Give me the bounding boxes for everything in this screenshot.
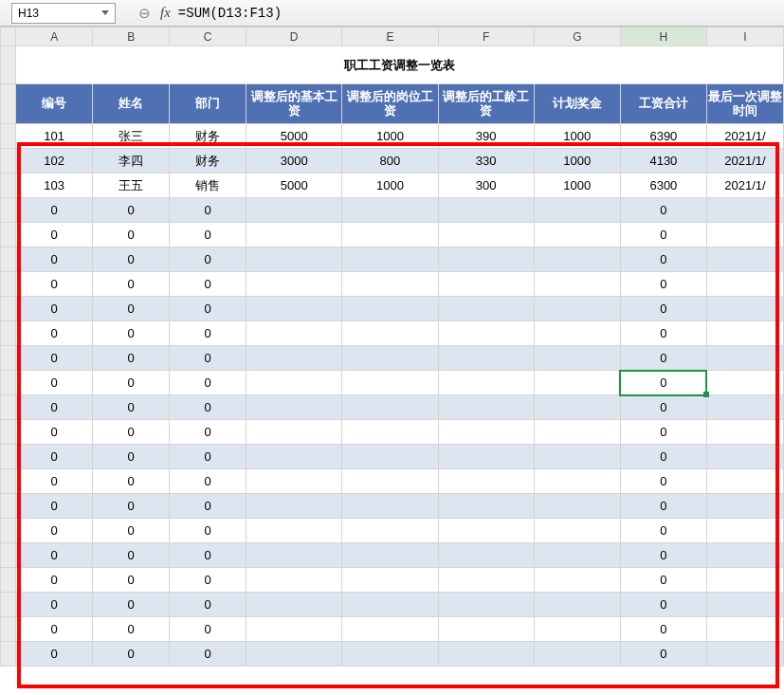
cell[interactable]: 0	[620, 642, 706, 667]
cell[interactable]: 300	[438, 174, 534, 198]
row-header[interactable]	[1, 272, 16, 297]
cell[interactable]	[246, 223, 342, 247]
cell[interactable]: 0	[16, 395, 93, 420]
cell[interactable]	[706, 223, 783, 247]
cell[interactable]: 1000	[534, 124, 620, 149]
table-header[interactable]: 编号	[16, 84, 93, 124]
cell[interactable]	[438, 272, 534, 297]
cell[interactable]: 0	[93, 371, 170, 395]
cell[interactable]	[534, 223, 620, 247]
table-header[interactable]: 最后一次调整时间	[706, 84, 783, 124]
cell[interactable]: 0	[620, 543, 706, 568]
cell[interactable]: 0	[620, 297, 706, 321]
cell[interactable]: 1000	[342, 124, 438, 149]
cell[interactable]: 0	[620, 519, 706, 543]
cell[interactable]	[342, 223, 438, 247]
column-header-C[interactable]: C	[170, 27, 246, 46]
table-header[interactable]: 姓名	[93, 84, 170, 124]
cell[interactable]	[706, 593, 783, 617]
cell[interactable]	[342, 469, 438, 494]
cell[interactable]	[342, 297, 438, 321]
cell[interactable]: 0	[16, 321, 93, 346]
cell[interactable]: 王五	[93, 174, 170, 198]
cell[interactable]: 0	[16, 371, 93, 395]
cell[interactable]: 4130	[620, 149, 706, 174]
cell[interactable]: 0	[93, 420, 170, 445]
cell[interactable]	[534, 494, 620, 519]
row-header[interactable]	[1, 174, 16, 198]
cell[interactable]	[246, 247, 342, 272]
cell[interactable]: 0	[170, 543, 246, 568]
row-header[interactable]	[1, 346, 16, 371]
cell[interactable]: 0	[620, 469, 706, 494]
cell[interactable]	[706, 568, 783, 593]
cell[interactable]	[246, 321, 342, 346]
cell[interactable]: 0	[620, 395, 706, 420]
cell[interactable]	[438, 494, 534, 519]
cell[interactable]	[246, 297, 342, 321]
cell[interactable]	[706, 445, 783, 469]
cell[interactable]: 0	[620, 223, 706, 247]
cell[interactable]: 0	[620, 445, 706, 469]
cell[interactable]	[438, 617, 534, 642]
row-header[interactable]	[1, 297, 16, 321]
cell[interactable]: 0	[16, 494, 93, 519]
cell[interactable]: 0	[93, 543, 170, 568]
cell[interactable]: 0	[16, 617, 93, 642]
row-header[interactable]	[1, 371, 16, 395]
cell[interactable]	[438, 223, 534, 247]
cell[interactable]	[534, 420, 620, 445]
cell[interactable]: 0	[16, 469, 93, 494]
cell[interactable]: 5000	[246, 174, 342, 198]
cell[interactable]	[438, 321, 534, 346]
active-cell[interactable]: 0	[620, 371, 706, 395]
cell[interactable]	[342, 543, 438, 568]
cell[interactable]	[534, 593, 620, 617]
row-header[interactable]	[1, 124, 16, 149]
cell[interactable]: 0	[16, 445, 93, 469]
fx-icon[interactable]: fx	[160, 5, 171, 21]
cell[interactable]: 6300	[620, 174, 706, 198]
cell[interactable]: 0	[620, 494, 706, 519]
cell[interactable]	[246, 519, 342, 543]
cell[interactable]	[438, 420, 534, 445]
row-header[interactable]	[1, 223, 16, 247]
cell[interactable]	[706, 346, 783, 371]
cell[interactable]	[438, 445, 534, 469]
cell[interactable]	[534, 519, 620, 543]
column-header-A[interactable]: A	[16, 27, 93, 46]
row-header[interactable]	[1, 494, 16, 519]
cell[interactable]: 0	[170, 321, 246, 346]
cell[interactable]	[534, 543, 620, 568]
cell[interactable]	[534, 617, 620, 642]
row-header[interactable]	[1, 642, 16, 667]
cell[interactable]	[342, 494, 438, 519]
cell[interactable]: 0	[620, 617, 706, 642]
column-header-H[interactable]: H	[620, 27, 706, 46]
cell[interactable]: 1000	[342, 174, 438, 198]
cell[interactable]	[706, 494, 783, 519]
cell[interactable]: 101	[16, 124, 93, 149]
cell[interactable]: 0	[93, 321, 170, 346]
cell[interactable]: 0	[170, 469, 246, 494]
row-header[interactable]	[1, 420, 16, 445]
cell[interactable]: 0	[16, 272, 93, 297]
cell[interactable]: 0	[170, 223, 246, 247]
cell[interactable]: 0	[16, 247, 93, 272]
cell[interactable]	[706, 543, 783, 568]
cell[interactable]	[706, 420, 783, 445]
cell[interactable]: 103	[16, 174, 93, 198]
column-header-I[interactable]: I	[706, 27, 783, 46]
cell[interactable]: 0	[93, 568, 170, 593]
cell[interactable]: 0	[170, 494, 246, 519]
cell[interactable]: 财务	[170, 124, 246, 149]
name-box[interactable]: H13	[11, 3, 116, 24]
cell[interactable]: 102	[16, 149, 93, 174]
cell[interactable]	[534, 198, 620, 223]
cell[interactable]: 0	[93, 593, 170, 617]
cell[interactable]: 0	[93, 272, 170, 297]
cell[interactable]: 1000	[534, 174, 620, 198]
cell[interactable]: 0	[620, 247, 706, 272]
cell[interactable]: 2021/1/	[706, 124, 783, 149]
formula-input[interactable]	[178, 3, 784, 24]
